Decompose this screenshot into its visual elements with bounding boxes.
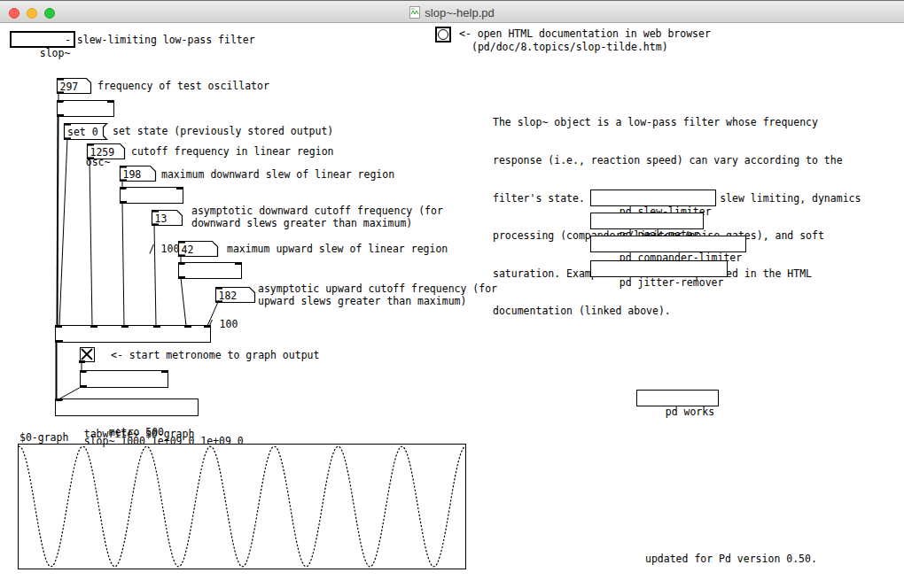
subpatch-slew-limiter[interactable]: pd slew-limiter	[590, 190, 716, 206]
down-asym-comment-line1: asymptotic downward cutoff frequency (fo…	[191, 205, 443, 217]
svg-text:297: 297	[60, 81, 79, 93]
inlet-nub	[204, 325, 211, 328]
inlet-nub	[107, 100, 114, 103]
inlet-nub	[161, 370, 168, 373]
subpatch-jitter-remover[interactable]: pd jitter-remover	[590, 260, 728, 277]
open-docs-bang-button[interactable]	[435, 27, 451, 43]
bang-circle-icon	[438, 29, 448, 40]
sine-wave-trace	[19, 446, 465, 567]
metronome-toggle[interactable]	[80, 347, 95, 362]
inlet-nub	[57, 100, 64, 103]
tabwrite-object-box: tabwrite~ $0-graph	[55, 398, 199, 416]
svg-text:182: 182	[219, 290, 238, 302]
up-asym-number-box[interactable]: 182	[215, 287, 255, 304]
svg-text:1259: 1259	[90, 146, 115, 159]
inlet-nub	[80, 370, 87, 373]
titlebar[interactable]: slop~-help.pd	[0, 0, 904, 23]
inlet-nub	[55, 398, 63, 401]
subpatch-works[interactable]: pd works	[636, 390, 719, 406]
inlet-nub	[176, 187, 183, 190]
pd-patch-window: slop~-help.pd slop~ - slew-limiting low-…	[0, 0, 904, 588]
cutoff-comment: cutoff frequency in linear region	[131, 145, 333, 158]
slop-object-box: slop~ 1000 1e+09 0 1e+09 0	[55, 325, 211, 343]
doc-link-comment-line2: (pd/doc/8.topics/slop-tilde.htm)	[471, 41, 668, 53]
osc-object-box: osc~	[57, 100, 114, 117]
outlet-nub	[178, 276, 185, 279]
up-slew-comment: maximum upward slew of linear region	[227, 243, 448, 255]
metro-object-box: metro 500	[80, 370, 168, 388]
inlet-nub	[121, 325, 129, 328]
divide-object-box-b: / 100	[178, 262, 242, 279]
x-toggle-icon	[81, 348, 93, 360]
subpatch-compander-limiter[interactable]: pd compander-limiter	[590, 236, 746, 252]
inlet-nub	[90, 325, 97, 328]
svg-text:13: 13	[155, 213, 168, 225]
version-comment: updated for Pd version 0.50.	[645, 553, 817, 565]
divide-object-box-a: / 100	[120, 187, 183, 204]
inlet-nub	[55, 325, 62, 328]
inlet-nub	[178, 262, 185, 265]
tagline-comment: - slew-limiting low-pass filter	[65, 34, 255, 46]
inlet-nub	[120, 187, 127, 190]
window-title: slop~-help.pd	[425, 6, 494, 19]
document-icon	[409, 6, 420, 19]
output-graph	[18, 444, 466, 569]
up-slew-number-box[interactable]: 42	[178, 241, 218, 258]
metronome-comment: <- start metronome to graph output	[111, 349, 319, 361]
inlet-nub	[235, 262, 242, 265]
outlet-nub	[80, 385, 87, 388]
graph-label: $0-graph	[19, 431, 68, 444]
down-asym-number-box[interactable]: 13	[152, 210, 183, 227]
svg-text:42: 42	[182, 244, 194, 256]
freq-number-box[interactable]: 297	[57, 78, 92, 95]
inlet-nub	[153, 325, 160, 328]
down-slew-number-box[interactable]: 198	[120, 166, 156, 182]
up-asym-comment-line1: asymptotic upward cutoff frequency (for	[258, 282, 497, 295]
outlet-nub	[79, 360, 85, 363]
set-state-comment: set state (previously stored output)	[113, 125, 333, 137]
svg-text:198: 198	[123, 168, 142, 181]
svg-text:set 0: set 0	[67, 126, 98, 138]
outlet-nub	[120, 201, 127, 204]
down-asym-comment-line2: downward slews greater than maximum)	[191, 217, 412, 229]
cutoff-number-box[interactable]: 1259	[87, 143, 126, 160]
up-asym-comment-line2: upward slews greater than maximum)	[258, 295, 466, 307]
set-state-message-box[interactable]: set 0	[64, 123, 107, 140]
doc-link-comment-line1: <- open HTML documentation in web browse…	[459, 27, 711, 40]
down-slew-comment: maximum downward slew of linear region	[161, 168, 394, 181]
inlet-nub	[184, 325, 191, 328]
outlet-nub	[57, 114, 64, 117]
subpatch-peak-meter[interactable]: pd peak-meter	[590, 213, 704, 229]
freq-comment: frequency of test oscillator	[97, 80, 269, 92]
outlet-nub	[55, 340, 63, 343]
